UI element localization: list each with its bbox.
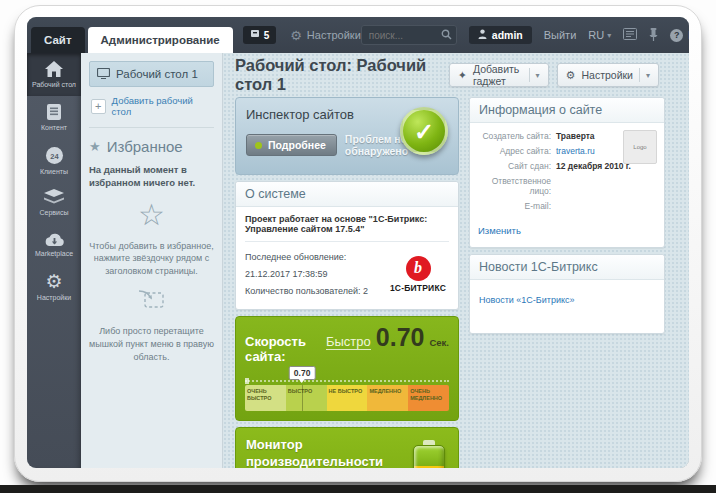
about-system-header: О системе xyxy=(236,182,458,207)
add-gadget-button[interactable]: ✦ Добавить гаджет ▾ xyxy=(449,63,549,87)
button-divider xyxy=(639,68,640,82)
chevron-down-icon: ▾ xyxy=(646,71,650,80)
notifications-button[interactable]: 5 xyxy=(243,26,277,44)
speed-gauge: 0.70 Очень быстро Быстро Не быстро Медле… xyxy=(245,380,449,411)
home-icon xyxy=(44,60,64,78)
gauge-segment: Очень быстро xyxy=(245,385,286,411)
site-address-link[interactable]: traverta.ru xyxy=(556,146,595,156)
speed-title: Скорость сайта: xyxy=(245,334,321,364)
language-selector[interactable]: RU ▾ xyxy=(588,29,611,41)
topbar-settings-label: Настройки xyxy=(307,29,361,41)
sidebar-item-clients[interactable]: 24 Клиенты xyxy=(27,139,81,183)
drag-target-icon xyxy=(89,289,214,315)
about-info: Последнее обновление: 21.12.2017 17:38:5… xyxy=(245,249,387,300)
main-tabs: Сайт Администрирование xyxy=(31,27,233,53)
sidebar-item-label: Marketplace xyxy=(35,250,73,259)
page-title: Рабочий стол: Рабочий стол 1 xyxy=(235,56,449,94)
bitrix-logo-icon: b xyxy=(406,256,431,281)
search-box xyxy=(361,25,457,45)
clients-24-icon: 24 xyxy=(45,146,64,165)
desktop-panel: Рабочий стол 1 + Добавить рабочий стол ★… xyxy=(81,53,223,468)
site-info-row: E-mail: xyxy=(478,201,656,211)
pin-icon[interactable] xyxy=(649,28,658,43)
battery-icon xyxy=(412,440,446,468)
gauge-marker: 0.70 xyxy=(289,366,316,380)
gauge-segment: Очень медленно xyxy=(408,385,449,411)
gauge-segments: Очень быстро Быстро Не быстро Медленно О… xyxy=(245,385,449,411)
sidebar-item-settings[interactable]: ⚙ Настройки xyxy=(27,265,81,309)
gear-icon: ⚙ xyxy=(290,28,302,43)
gear-icon: ⚙ xyxy=(45,272,62,291)
add-desktop-link[interactable]: Добавить рабочий стол xyxy=(112,95,212,117)
gauge-segment: Медленно xyxy=(367,385,408,411)
tab-administration[interactable]: Администрирование xyxy=(88,27,233,53)
speed-rating-link[interactable]: Быстро xyxy=(326,334,371,350)
user-icon xyxy=(478,29,487,41)
top-bar: Сайт Администрирование 5 ⚙ Настройки xyxy=(27,17,689,53)
gauge-segment: Быстро xyxy=(286,385,327,411)
help-label: Помощь xyxy=(688,29,689,41)
plus-icon[interactable]: + xyxy=(91,99,106,114)
desktop-list-item[interactable]: Рабочий стол 1 xyxy=(89,61,214,87)
logout-link[interactable]: Выйти xyxy=(544,29,577,41)
document-icon xyxy=(46,103,62,121)
sidebar-item-services[interactable]: Сервисы xyxy=(27,182,81,224)
sidebar-item-marketplace[interactable]: Marketplace xyxy=(27,224,81,265)
notifications-count: 5 xyxy=(264,30,270,41)
chevron-down-icon: ▾ xyxy=(607,31,611,40)
settings-label: Настройки xyxy=(581,69,633,81)
search-icon[interactable] xyxy=(441,29,452,42)
panel-toggle-icon[interactable] xyxy=(623,28,637,42)
notifications-icon xyxy=(250,29,260,41)
favorites-hint-star: Чтобы добавить в избранное, нажмите звёз… xyxy=(89,240,214,278)
topbar-settings-button[interactable]: ⚙ Настройки xyxy=(290,28,361,43)
row-label: Ответственное лицо: xyxy=(478,176,556,196)
tab-site[interactable]: Сайт xyxy=(31,27,85,53)
bitrix-news-widget: Новости 1С-Битрикс Новости «1С-Битрикс» xyxy=(469,254,665,334)
user-name: admin xyxy=(492,29,523,41)
gauge-segment: Не быстро xyxy=(327,385,368,411)
layers-icon xyxy=(44,189,64,206)
widget-columns: Инспектор сайтов Подробнее Проблем не об… xyxy=(235,97,659,468)
header-buttons: ✦ Добавить гаджет ▾ ⚙ Настройки ▾ xyxy=(449,63,659,87)
favorites-section: ★ Избранное На данный момент в избранном… xyxy=(89,127,214,363)
sidebar-item-label: Настройки xyxy=(37,294,71,303)
sidebar-item-content[interactable]: Контент xyxy=(27,96,81,139)
edit-site-info-link[interactable]: Изменить xyxy=(478,225,521,236)
gadget-icon: ✦ xyxy=(458,69,467,82)
inspector-title: Инспектор сайтов xyxy=(246,107,356,123)
bitrix-news-link[interactable]: Новости «1С-Битрикс» xyxy=(479,295,574,305)
sidebar-item-label: Контент xyxy=(41,124,67,133)
sidebar-item-label: Клиенты xyxy=(40,168,68,177)
favorites-empty-text: На данный момент в избранном ничего нет. xyxy=(89,164,214,190)
user-menu-button[interactable]: admin xyxy=(469,26,532,44)
gear-icon: ⚙ xyxy=(566,69,576,82)
site-speed-widget: Скорость сайта: Быстро 0.70 Сек. 0.70 Оч… xyxy=(235,316,459,421)
help-button[interactable]: ? Помощь xyxy=(670,29,689,42)
gauge-track xyxy=(245,380,449,382)
device-frame: Сайт Администрирование 5 ⚙ Настройки xyxy=(14,5,702,482)
cloud-download-icon xyxy=(44,231,65,247)
row-value: 12 декабря 2010 г. xyxy=(556,161,631,171)
language-label: RU xyxy=(588,29,604,41)
add-desktop: + Добавить рабочий стол xyxy=(91,95,212,117)
sidebar-item-desktop[interactable]: Рабочий стол xyxy=(27,53,81,96)
body-row: Рабочий стол Контент 24 Клиенты xyxy=(27,53,689,468)
green-dot-icon xyxy=(255,142,262,149)
site-info-header: Информация о сайте xyxy=(470,98,664,123)
chevron-down-icon: ▾ xyxy=(536,71,540,80)
performance-title: Монитор производительности xyxy=(246,437,396,468)
device-shadow xyxy=(0,485,716,493)
help-icon: ? xyxy=(670,29,683,42)
bitrix-logo-text: 1С-БИТРИКС xyxy=(387,283,449,293)
star-outline-icon: ☆ xyxy=(89,200,214,230)
inspector-more-button[interactable]: Подробнее xyxy=(246,134,337,156)
bitrix-news-header: Новости 1С-Битрикс xyxy=(470,255,664,280)
site-logo-placeholder: Logo xyxy=(623,130,657,164)
site-inspector-widget: Инспектор сайтов Подробнее Проблем не об… xyxy=(235,97,459,175)
favorites-hint-drag: Либо просто перетащите мышкой пункт меню… xyxy=(89,325,214,363)
users-label: Количество пользователей: xyxy=(245,286,360,296)
desktop-settings-button[interactable]: ⚙ Настройки ▾ xyxy=(557,63,659,87)
users-value: 2 xyxy=(363,286,368,296)
add-gadget-label: Добавить гаджет xyxy=(473,63,523,87)
